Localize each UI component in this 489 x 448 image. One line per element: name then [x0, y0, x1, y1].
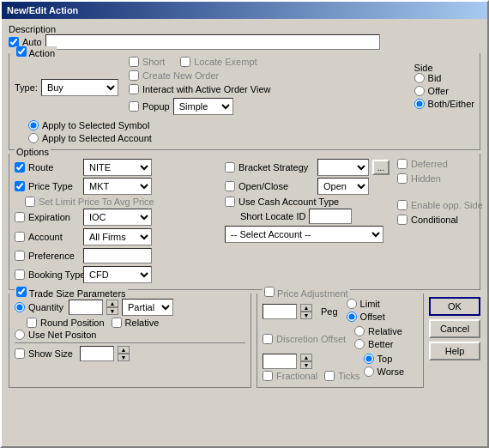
price-type-checkbox[interactable]	[15, 181, 25, 191]
popup-label: Popup	[142, 101, 170, 112]
relative-radio[interactable]	[354, 326, 365, 336]
description-label: Description	[9, 24, 56, 34]
route-checkbox[interactable]	[15, 162, 25, 173]
worse-radio[interactable]	[364, 366, 374, 377]
better-radio[interactable]	[354, 339, 365, 349]
quantity-label: Quantity	[28, 302, 63, 312]
both-either-radio[interactable]	[414, 99, 425, 109]
create-new-order-checkbox[interactable]	[129, 70, 139, 81]
bracket-strategy-select[interactable]	[317, 159, 369, 176]
apply-symbol-label: Apply to Selected Symbol	[42, 120, 149, 130]
select-account-select[interactable]: -- Select Account --	[225, 226, 383, 243]
better-label: Better	[368, 339, 393, 349]
expiration-select[interactable]: IOCDAY	[83, 209, 152, 226]
bid-radio[interactable]	[414, 73, 425, 83]
help-button[interactable]: Help	[429, 342, 480, 360]
discretion-input[interactable]: 0	[263, 354, 297, 369]
preference-input[interactable]	[83, 248, 152, 263]
hidden-checkbox[interactable]	[397, 173, 408, 184]
show-size-down-btn[interactable]: ▼	[118, 354, 130, 361]
ok-button[interactable]: OK	[429, 297, 480, 316]
limit-radio[interactable]	[347, 299, 357, 309]
price-adj-checkbox[interactable]	[264, 287, 275, 297]
expiration-checkbox[interactable]	[15, 212, 25, 222]
fractional-label: Fractional	[276, 371, 317, 381]
show-size-up-btn[interactable]: ▲	[118, 346, 130, 354]
titlebar: New/Edit Action	[2, 2, 487, 19]
top-radio[interactable]	[364, 354, 374, 364]
quantity-radio[interactable]	[15, 302, 25, 312]
set-limit-label: Set Limit Price To Avg Price	[39, 197, 154, 207]
price-adj-input[interactable]: .01	[263, 304, 297, 319]
discretion-offset-checkbox[interactable]	[263, 334, 273, 344]
deferred-label: Deferred	[411, 159, 448, 169]
bracket-btn[interactable]: ...	[372, 160, 389, 175]
ticks-checkbox[interactable]	[324, 371, 335, 381]
short-label: Short	[142, 57, 165, 67]
apply-account-radio[interactable]	[28, 133, 39, 143]
trade-size-checkbox[interactable]	[16, 287, 27, 297]
discretion-up-btn[interactable]: ▲	[300, 354, 312, 361]
popup-type-select[interactable]: SimpleAdvanced	[173, 98, 233, 115]
cancel-button[interactable]: Cancel	[429, 319, 480, 338]
open-close-select[interactable]: OpenClose	[317, 178, 369, 195]
description-input[interactable]: Buy 100 at MKT on NITE	[45, 34, 380, 50]
quantity-type-select[interactable]: PartialFull	[122, 299, 173, 316]
qty-down-btn[interactable]: ▼	[106, 307, 118, 315]
use-net-label: Use Net Positon	[28, 330, 96, 340]
account-checkbox[interactable]	[15, 232, 25, 242]
booking-type-checkbox[interactable]	[15, 269, 25, 280]
top-label: Top	[377, 354, 393, 364]
offer-label: Offer	[428, 86, 449, 96]
show-size-label: Show Size	[28, 348, 73, 359]
offer-radio[interactable]	[414, 86, 425, 96]
price-adj-up-btn[interactable]: ▲	[300, 304, 312, 312]
short-locate-label: Short Locate ID	[240, 211, 305, 221]
ticks-label: Ticks	[338, 371, 359, 381]
use-net-radio[interactable]	[15, 330, 25, 340]
discretion-down-btn[interactable]: ▼	[300, 361, 312, 369]
worse-label: Worse	[377, 366, 405, 377]
hidden-label: Hidden	[411, 173, 441, 184]
short-checkbox[interactable]	[129, 57, 139, 67]
type-label: Type:	[15, 82, 38, 93]
side-label: Side	[414, 63, 474, 73]
interact-active-checkbox[interactable]	[129, 84, 139, 94]
open-close-checkbox[interactable]	[225, 181, 235, 191]
show-size-checkbox[interactable]	[15, 348, 25, 359]
account-select[interactable]: All Firms	[83, 228, 152, 245]
short-locate-input[interactable]	[309, 209, 352, 224]
set-limit-checkbox[interactable]	[25, 197, 35, 207]
popup-checkbox[interactable]	[129, 101, 139, 112]
use-cash-checkbox[interactable]	[225, 197, 235, 207]
locate-exempt-checkbox[interactable]	[180, 57, 190, 67]
price-type-select[interactable]: MKTLMT	[83, 178, 152, 195]
action-checkbox[interactable]	[16, 46, 27, 57]
type-select[interactable]: BuySellShort	[41, 79, 118, 96]
bracket-strategy-checkbox[interactable]	[225, 162, 235, 173]
preference-checkbox[interactable]	[15, 251, 25, 261]
open-close-label: Open/Close	[238, 181, 314, 191]
offset-label: Offset	[360, 312, 385, 322]
booking-type-label: Booking Type	[28, 269, 80, 280]
fractional-checkbox[interactable]	[263, 371, 273, 381]
round-position-checkbox[interactable]	[27, 318, 37, 328]
quantity-input[interactable]: 100	[69, 300, 103, 315]
apply-symbol-radio[interactable]	[28, 120, 39, 130]
offset-radio[interactable]	[347, 312, 357, 322]
locate-exempt-label: Locate Exempt	[194, 57, 257, 67]
price-adj-group-label: Price Adjustment	[263, 287, 350, 299]
interact-active-label: Interact with Active Order View	[142, 84, 271, 94]
qty-up-btn[interactable]: ▲	[106, 300, 118, 307]
main-window: New/Edit Action Description Auto Buy 100…	[0, 0, 489, 448]
options-group-label: Options	[15, 147, 51, 157]
route-select[interactable]: NITEARCA	[83, 159, 152, 176]
apply-account-label: Apply to Selected Account	[42, 133, 152, 143]
show-size-input[interactable]: 0	[80, 346, 114, 361]
deferred-checkbox[interactable]	[397, 159, 408, 169]
booking-type-select[interactable]: CFDCash	[83, 266, 152, 283]
price-adj-down-btn[interactable]: ▼	[300, 312, 312, 319]
conditional-checkbox[interactable]	[397, 215, 408, 225]
enable-opp-side-checkbox[interactable]	[397, 200, 408, 210]
relative-checkbox[interactable]	[112, 318, 122, 328]
